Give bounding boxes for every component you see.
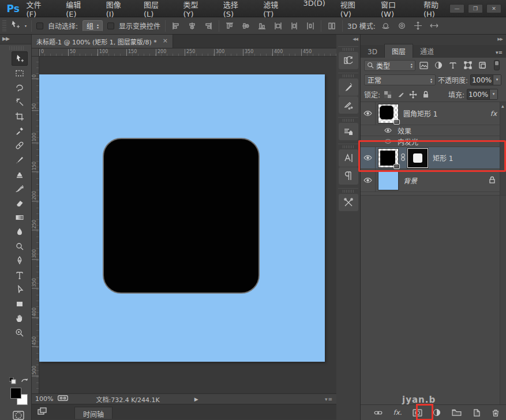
link-layers-button[interactable] [372, 407, 384, 418]
filter-type-layers-icon[interactable] [447, 60, 459, 71]
brush-panel-icon[interactable] [339, 78, 358, 96]
document-tab[interactable]: 未标题-1 @ 100% (矩形 1, 图层蒙版/8) * × [32, 35, 173, 48]
align-h-centers-icon[interactable] [186, 20, 198, 32]
show-transform-checkbox[interactable] [107, 22, 114, 29]
quick-mask-button[interactable] [13, 411, 24, 420]
brush-presets-panel-icon[interactable] [339, 96, 358, 114]
3d-rotate-icon[interactable] [380, 20, 392, 32]
status-menu-icon[interactable]: ▾≡ [325, 396, 333, 402]
fill-field[interactable]: 100% ▾ [467, 89, 498, 100]
clone-stamp-tool[interactable] [12, 167, 28, 181]
blend-mode-dropdown[interactable]: 正常 ▴▾ [364, 74, 436, 85]
lock-position-icon[interactable] [408, 89, 418, 99]
inner-glow-eye-icon[interactable] [384, 138, 392, 144]
layer-style-button[interactable]: fx. [392, 407, 403, 418]
visibility-eye-icon[interactable] [361, 169, 376, 192]
character-panel-icon[interactable] [339, 149, 358, 167]
delete-layer-button[interactable] [490, 407, 501, 418]
tab-close-icon[interactable]: × [163, 37, 168, 48]
brush-tool[interactable] [12, 152, 28, 167]
screen-mode-icon[interactable] [38, 407, 47, 417]
layer-row-rect-selected[interactable]: 矩形 1 [361, 147, 506, 169]
magic-wand-tool[interactable] [12, 95, 28, 109]
auto-select-checkbox[interactable] [36, 22, 43, 29]
swap-colors-icon[interactable] [21, 377, 28, 385]
3d-slide-icon[interactable] [429, 20, 440, 32]
move-tool[interactable] [12, 51, 28, 66]
auto-select-dropdown[interactable]: 组 ▴▾ [83, 20, 103, 32]
default-colors-icon[interactable] [9, 377, 16, 385]
mini-nav-icon[interactable] [58, 395, 68, 403]
menu-type[interactable]: 类型(Y) [183, 0, 208, 18]
gradient-tool[interactable] [12, 210, 28, 224]
mask-link-icon[interactable] [400, 153, 406, 163]
dock-collapse-chevron[interactable]: ◀◀ [336, 35, 360, 45]
layer-thumbnail[interactable] [378, 171, 399, 190]
layer-row-rounded-rect[interactable]: 圆角矩形 1 fx [361, 102, 506, 125]
distribute-center-icon[interactable] [288, 20, 300, 32]
3d-pan-icon[interactable] [413, 20, 424, 32]
path-select-tool[interactable] [12, 282, 28, 297]
minimize-button[interactable]: — [449, 4, 464, 13]
opacity-field[interactable]: 100% ▾ [470, 74, 501, 85]
add-layer-mask-button[interactable] [411, 407, 423, 418]
zoom-tool[interactable] [12, 325, 28, 340]
menu-image[interactable]: 图像(I) [106, 0, 129, 18]
menu-window[interactable]: 窗口(W) [381, 0, 408, 18]
opacity-caret-icon[interactable]: ▾ [493, 75, 501, 85]
clone-source-panel-icon[interactable] [339, 123, 358, 140]
layer-row-inner-glow[interactable]: 内发光 [361, 136, 506, 147]
tab-channels[interactable]: 通道 [413, 44, 441, 58]
menu-layer[interactable]: 图层(L) [144, 0, 168, 18]
filter-smart-objects-icon[interactable] [477, 60, 488, 71]
panel-scrollbar[interactable] [500, 196, 506, 420]
lasso-tool[interactable] [12, 80, 28, 95]
healing-brush-tool[interactable] [12, 138, 28, 152]
layer-row-effects[interactable]: 效果 [361, 125, 506, 136]
menu-file[interactable]: 文件(F) [26, 0, 51, 18]
new-layer-button[interactable] [470, 407, 482, 418]
pen-tool[interactable] [12, 253, 28, 268]
align-bottom-edges-icon[interactable] [256, 20, 268, 32]
distribute-spacing-icon[interactable] [326, 20, 338, 32]
align-right-edges-icon[interactable] [203, 20, 214, 32]
visibility-eye-icon[interactable] [361, 102, 376, 125]
maximize-button[interactable]: ❐ [468, 4, 483, 13]
distribute-left-icon[interactable] [272, 20, 284, 32]
layer-list-scrollbar[interactable]: ▲ [500, 102, 506, 195]
paragraph-panel-icon[interactable] [339, 167, 358, 185]
eyedropper-tool[interactable] [12, 123, 28, 138]
layer-mask-thumbnail[interactable] [407, 148, 428, 168]
status-flyout-icon[interactable]: ▶ [194, 396, 198, 402]
menu-view[interactable]: 视图(V) [340, 0, 366, 18]
filter-kind-dropdown[interactable]: 类型 ▴▾ [364, 60, 415, 71]
blur-tool[interactable] [12, 224, 28, 239]
tools-collapse-chevron[interactable]: ▶▶ [0, 35, 31, 44]
rectangle-tool[interactable] [12, 297, 28, 311]
dodge-tool[interactable] [12, 239, 28, 253]
menu-3d[interactable]: 3D(D) [303, 0, 325, 18]
history-panel-icon[interactable] [339, 52, 358, 69]
filter-adjustment-layers-icon[interactable] [433, 60, 444, 71]
tab-3d[interactable]: 3D [361, 46, 384, 58]
crop-tool[interactable] [12, 109, 28, 123]
eraser-tool[interactable] [12, 196, 28, 210]
filter-toggle-switch[interactable] [491, 60, 503, 71]
layer-thumbnail[interactable] [378, 104, 399, 123]
menu-filter[interactable]: 滤镜(T) [263, 0, 288, 18]
lock-image-pixels-icon[interactable] [395, 89, 406, 99]
layer-thumbnail[interactable] [378, 148, 399, 168]
align-v-centers-icon[interactable] [240, 20, 252, 32]
fill-caret-icon[interactable]: ▾ [489, 89, 497, 99]
history-brush-tool[interactable] [12, 181, 28, 196]
horizontal-ruler[interactable]: 0 50 100 150 200 250 300 350 400 450 [39, 48, 336, 57]
close-button[interactable]: ✕ [486, 4, 501, 13]
distribute-right-icon[interactable] [305, 20, 316, 32]
3d-roll-icon[interactable] [396, 20, 408, 32]
align-top-edges-icon[interactable] [224, 20, 235, 32]
vertical-ruler[interactable]: 0 50 100 150 200 250 300 350 400 450 500 [32, 57, 39, 393]
document-canvas[interactable] [39, 74, 325, 362]
fx-badge[interactable]: fx [490, 110, 497, 118]
visibility-eye-icon[interactable] [361, 147, 376, 168]
ruler-corner[interactable] [32, 48, 39, 57]
